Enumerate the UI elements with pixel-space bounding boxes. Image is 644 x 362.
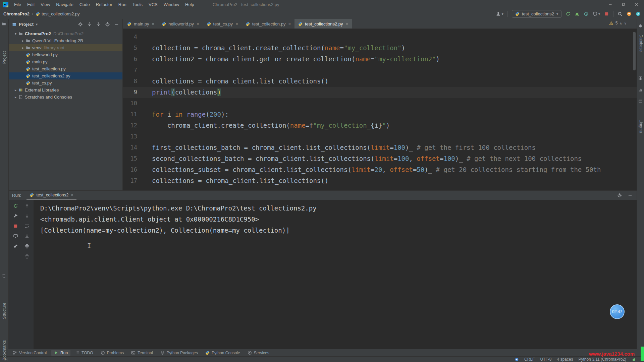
tool-window-button-todo[interactable]: TODO bbox=[72, 350, 96, 356]
stripe-label-project[interactable]: Project bbox=[2, 51, 7, 64]
tool-window-button-terminal[interactable]: Terminal bbox=[128, 350, 155, 356]
tree-item-test-cs-py[interactable]: test_cs.py bbox=[9, 79, 122, 86]
tool-window-button-version-control[interactable]: Version Control bbox=[10, 350, 49, 356]
tree-item-qwen3-vl-embedding-2b[interactable]: ▸Qwen3-VL-Embedding-2B bbox=[9, 37, 122, 44]
menu-help[interactable]: Help bbox=[182, 2, 197, 7]
gear-icon[interactable] bbox=[105, 22, 110, 27]
stripe-label-structure[interactable]: Structure bbox=[2, 303, 7, 319]
chart-icon[interactable] bbox=[638, 87, 643, 92]
wrench-icon[interactable] bbox=[13, 214, 18, 219]
tree-item-test-collections2-py[interactable]: test_collections2.py bbox=[9, 72, 122, 79]
trash-icon[interactable] bbox=[24, 254, 30, 259]
profiler-icon[interactable] bbox=[584, 11, 589, 16]
stop-icon[interactable] bbox=[13, 224, 18, 229]
close-icon[interactable]: × bbox=[197, 21, 199, 26]
menu-code[interactable]: Code bbox=[76, 2, 93, 7]
console-output[interactable]: D:\ChromaPro2\venv\Scripts\python.exe D:… bbox=[34, 200, 637, 349]
stripe-label-database[interactable]: Database bbox=[639, 35, 643, 52]
tree-item-external-libraries[interactable]: ▸External Libraries bbox=[9, 86, 122, 94]
close-icon[interactable]: × bbox=[346, 21, 348, 26]
scrollend-icon[interactable] bbox=[24, 234, 30, 239]
editor-scrollbar[interactable] bbox=[633, 32, 636, 70]
tab-options-icon[interactable] bbox=[630, 19, 637, 28]
editor-tab-test-collection-py[interactable]: test_collection.py× bbox=[242, 19, 294, 28]
softwrap-icon[interactable] bbox=[24, 224, 30, 229]
close-icon[interactable]: × bbox=[235, 21, 238, 26]
tool-window-button-run[interactable]: Run bbox=[51, 350, 70, 356]
notifications-bell-icon[interactable] bbox=[638, 24, 643, 28]
locate-icon[interactable] bbox=[78, 22, 83, 27]
tree-chevron-icon[interactable]: ▸ bbox=[20, 39, 26, 43]
lock-icon[interactable] bbox=[632, 357, 636, 362]
tool-window-button-problems[interactable]: Problems bbox=[98, 350, 127, 356]
grid-icon[interactable] bbox=[638, 76, 643, 80]
tree-chevron-icon[interactable]: ▸ bbox=[13, 95, 18, 99]
status-item[interactable]: CRLF bbox=[524, 357, 535, 362]
menu-navigate[interactable]: Navigate bbox=[53, 2, 76, 7]
tool-window-button-python-console[interactable]: Python Console bbox=[203, 350, 243, 356]
code-editor[interactable]: 45collection = chroma_client.create_coll… bbox=[123, 29, 637, 190]
breadcrumb-file[interactable]: test_collections2.py bbox=[42, 11, 79, 16]
menu-view[interactable]: View bbox=[38, 2, 53, 7]
tree-item-chromapro2[interactable]: ▾ChromaPro2D:\ChromaPro2 bbox=[9, 30, 122, 37]
minus-icon[interactable] bbox=[628, 193, 633, 198]
win-max-icon[interactable] bbox=[621, 2, 626, 7]
chevron-up-icon[interactable]: ∧ bbox=[620, 21, 622, 25]
tree-item-venv[interactable]: ▸venvlibrary root bbox=[9, 44, 122, 51]
editor-tab-helloworld-py[interactable]: helloworld.py× bbox=[158, 19, 203, 28]
stripe-label-lingma[interactable]: Lingma bbox=[639, 120, 643, 133]
bookmark-icon[interactable] bbox=[2, 311, 6, 316]
status-item[interactable]: UTF-8 bbox=[540, 357, 551, 362]
bug-icon[interactable] bbox=[575, 11, 580, 16]
gear-icon[interactable] bbox=[617, 193, 622, 198]
stripe-label-bookmarks[interactable]: Bookmarks bbox=[2, 340, 7, 360]
menu-tools[interactable]: Tools bbox=[129, 2, 146, 7]
tree-chevron-icon[interactable]: ▸ bbox=[20, 46, 26, 50]
monitor-icon[interactable] bbox=[13, 234, 18, 239]
tree-item-main-py[interactable]: main.py bbox=[9, 58, 122, 65]
editor-tab-test-collections2-py[interactable]: test_collections2.py× bbox=[294, 19, 352, 28]
tree-chevron-icon[interactable]: ▾ bbox=[13, 32, 18, 36]
run-tab[interactable]: test_collections2 × bbox=[26, 191, 76, 200]
minus-icon[interactable] bbox=[114, 22, 119, 27]
menu-file[interactable]: File bbox=[11, 2, 24, 7]
menu-window[interactable]: Window bbox=[161, 2, 182, 7]
editor-tab-main-py[interactable]: main.py× bbox=[123, 19, 158, 28]
stop-icon[interactable] bbox=[604, 11, 609, 16]
tool-window-button-services[interactable]: Services bbox=[245, 350, 272, 356]
editor-tab-test-cs-py[interactable]: test_cs.py× bbox=[203, 19, 242, 28]
ai-orange-icon[interactable] bbox=[627, 11, 632, 16]
rerun-icon[interactable] bbox=[13, 203, 18, 208]
status-item[interactable]: 4 spaces bbox=[557, 357, 573, 362]
run-config-selector[interactable]: test_collections2▾ bbox=[512, 10, 561, 18]
pin-icon[interactable] bbox=[13, 244, 18, 249]
project-panel-title[interactable]: Project ▾ bbox=[12, 22, 38, 27]
inspection-widget[interactable]: 5 ∧ ∨ bbox=[609, 21, 627, 25]
tree-item-scratches-and-consoles[interactable]: ▸Scratches and Consoles bbox=[9, 94, 122, 101]
coverage-button[interactable]: ▾ bbox=[593, 11, 600, 16]
search-icon[interactable] bbox=[618, 11, 623, 16]
win-min-icon[interactable] bbox=[608, 2, 612, 7]
ai-blue-icon[interactable] bbox=[515, 357, 519, 362]
status-item[interactable]: Python 3.11 (ChromaPro2) bbox=[578, 357, 626, 362]
tool-window-button-python-packages[interactable]: Python Packages bbox=[158, 350, 201, 356]
arrow-down-icon[interactable] bbox=[24, 214, 30, 219]
tree-item-helloworld-py[interactable]: helloworld.py bbox=[9, 51, 122, 58]
cells-icon[interactable] bbox=[638, 99, 643, 103]
menu-edit[interactable]: Edit bbox=[24, 2, 38, 7]
structure-icon[interactable] bbox=[2, 274, 6, 278]
profile-button[interactable]: ▾ bbox=[496, 11, 503, 16]
expand-all-icon[interactable] bbox=[87, 22, 92, 27]
menu-run[interactable]: Run bbox=[115, 2, 129, 7]
arrow-up-icon[interactable] bbox=[24, 203, 30, 208]
printer-icon[interactable] bbox=[24, 244, 30, 249]
chevron-down-icon[interactable]: ∨ bbox=[624, 21, 627, 25]
collapse-all-icon[interactable] bbox=[96, 22, 101, 27]
tree-item-test-collection-py[interactable]: test_collection.py bbox=[9, 65, 122, 72]
close-icon[interactable]: × bbox=[71, 193, 73, 197]
ai-teal-icon[interactable] bbox=[636, 11, 641, 16]
rerun-icon[interactable] bbox=[566, 11, 571, 16]
menu-vcs[interactable]: VCS bbox=[146, 2, 161, 7]
close-icon[interactable]: × bbox=[288, 21, 291, 26]
tree-chevron-icon[interactable]: ▸ bbox=[13, 88, 18, 92]
